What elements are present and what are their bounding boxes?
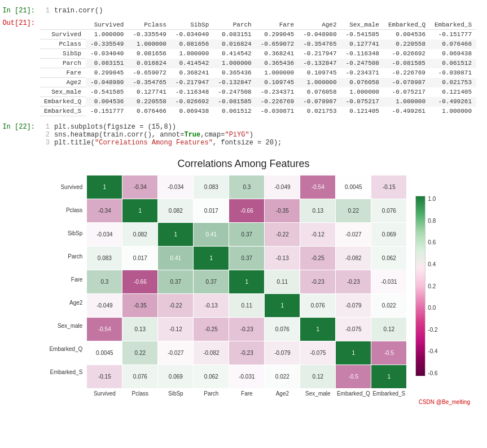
col-label: Sex_male <box>300 390 335 397</box>
heatmap-cell: 0.12 <box>300 365 335 388</box>
table-cell: 1.000000 <box>86 30 128 39</box>
code-block-in21: 1 train.corr() <box>40 6 487 16</box>
heatmap-cell: -0.35 <box>265 199 300 222</box>
heatmap-cell: -0.12 <box>158 318 193 341</box>
heatmap-cell: -0.027 <box>158 341 193 364</box>
table-cell: Parch <box>40 59 86 68</box>
table-cell: 0.365436 <box>213 68 256 78</box>
heatmap-cell: -0.23 <box>336 270 371 293</box>
heatmap-cell: -0.075 <box>300 341 335 364</box>
cell-content-out21: SurvivedPclassSibSpParchFareAge2Sex_male… <box>40 18 487 116</box>
heatmap-cell: 1 <box>194 247 229 270</box>
table-cell: 0.004536 <box>86 97 128 107</box>
colorbar-label: 0.2 <box>428 283 437 289</box>
heatmap-cell: 0.062 <box>194 365 229 388</box>
heatmap-cell: -0.54 <box>87 318 122 341</box>
corr-header: Sex_male <box>341 20 384 30</box>
corr-header: Embarked_S <box>430 20 476 30</box>
heatmap-grid: 1-0.34-0.0340.0830.3-0.049-0.540.0045-0.… <box>87 175 406 388</box>
table-cell: 0.109745 <box>299 68 341 78</box>
colorbar-row: 1.00.80.60.40.20.0-0.2-0.4-0.6 <box>415 196 437 376</box>
table-cell: -0.354765 <box>299 39 341 49</box>
heatmap-cell: -0.031 <box>371 270 406 293</box>
code-block-in22: 1 plt.subplots(figsize = (15,8)) 2 sns.h… <box>40 122 487 148</box>
row-label: SibSp <box>49 222 85 245</box>
corr-header: Pclass <box>128 20 170 30</box>
row-label: Survived <box>49 175 85 199</box>
table-row: Survived1.000000-0.335549-0.0340400.0831… <box>40 30 476 39</box>
table-row: Age2-0.048980-0.354765-0.217947-0.132847… <box>40 78 476 87</box>
table-cell: 0.069438 <box>171 107 213 116</box>
heatmap-cell: -0.5 <box>371 341 406 364</box>
code-text-22-2: sns.heatmap(train.corr(), annot=True,cma… <box>54 131 253 139</box>
table-cell: -0.026692 <box>384 49 430 59</box>
table-cell: 0.016824 <box>213 39 256 49</box>
row-labels: SurvivedPclassSibSpParchFareAge2Sex_male… <box>49 175 87 384</box>
heatmap-cell: 0.41 <box>158 247 193 270</box>
colorbar-label: 0.4 <box>428 261 437 267</box>
heatmap-row-area: SurvivedPclassSibSpParchFareAge2Sex_male… <box>49 175 406 397</box>
heatmap-cell: -0.15 <box>87 365 122 388</box>
table-cell: -0.081585 <box>384 59 430 68</box>
table-row: Parch0.0831510.0168240.4145421.0000000.3… <box>40 59 476 68</box>
table-cell: 0.127741 <box>128 87 170 97</box>
heatmap-cell: 0.22 <box>122 341 157 364</box>
heatmap-cell: 0.0045 <box>87 341 122 364</box>
heatmap-cell: 1 <box>371 365 406 388</box>
code-line-22-2: 2 sns.heatmap(train.corr(), annot=True,c… <box>40 131 487 139</box>
table-cell: Pclass <box>40 39 86 49</box>
heatmap-cell: -0.23 <box>229 318 264 341</box>
row-label: Embarked_Q <box>49 337 85 361</box>
table-cell: 0.127741 <box>341 39 384 49</box>
table-cell: 0.076466 <box>128 107 170 116</box>
table-cell: 0.021753 <box>430 78 476 87</box>
colorbar-label: -0.4 <box>428 348 437 354</box>
heatmap-cell: -0.23 <box>300 270 335 293</box>
row-label: Embarked_S <box>49 361 85 384</box>
heatmap-cell: 0.3 <box>229 175 264 199</box>
table-cell: -0.226769 <box>256 97 299 107</box>
heatmap-grid-area: 1-0.34-0.0340.0830.3-0.049-0.540.0045-0.… <box>87 175 406 397</box>
table-cell: -0.030871 <box>256 107 299 116</box>
heatmap-cell: -0.034 <box>87 223 122 246</box>
heatmap-cell: -0.13 <box>194 294 229 317</box>
heatmap-wrapper: SurvivedPclassSibSpParchFareAge2Sex_male… <box>0 175 487 397</box>
table-cell: 0.061512 <box>213 107 256 116</box>
cell-label-in22: In [22]: <box>0 122 40 131</box>
heatmap-with-labels: SurvivedPclassSibSpParchFareAge2Sex_male… <box>49 175 406 397</box>
table-cell: -0.234371 <box>256 87 299 97</box>
col-label: Pclass <box>122 390 157 397</box>
table-cell: 1.000000 <box>299 78 341 87</box>
line-num-1: 1 <box>40 7 50 15</box>
colorbar-container: 1.00.80.60.40.20.0-0.2-0.4-0.6 <box>415 182 437 390</box>
table-cell: 0.109745 <box>256 78 299 87</box>
table-cell: 0.121405 <box>430 87 476 97</box>
table-cell: 0.081656 <box>128 49 170 59</box>
table-cell: -0.048980 <box>299 30 341 39</box>
table-cell: -0.247508 <box>213 87 256 97</box>
corr-header: SibSp <box>171 20 213 30</box>
row-label: Parch <box>49 245 85 268</box>
table-cell: 1.000000 <box>256 68 299 78</box>
heatmap-cell: 0.12 <box>371 318 406 341</box>
table-cell: -0.659072 <box>128 68 170 78</box>
table-cell: Fare <box>40 68 86 78</box>
table-cell: 0.083151 <box>213 30 256 39</box>
heatmap-cell: 0.3 <box>87 270 122 293</box>
table-cell: -0.151777 <box>430 30 476 39</box>
heatmap-cell: -0.079 <box>265 341 300 364</box>
heatmap-cell: -0.027 <box>336 223 371 246</box>
table-cell: 1.000000 <box>213 59 256 68</box>
code-line-22-1: 1 plt.subplots(figsize = (15,8)) <box>40 123 487 131</box>
heatmap-cell: 0.37 <box>229 247 264 270</box>
heatmap-cell: 0.076 <box>300 294 335 317</box>
colorbar-label: -0.6 <box>428 370 437 376</box>
heatmap-cell: 0.022 <box>265 365 300 388</box>
table-cell: -0.659072 <box>256 39 299 49</box>
table-cell: -0.048980 <box>86 78 128 87</box>
table-cell: Sex_male <box>40 87 86 97</box>
heatmap-cell: 1 <box>336 341 371 364</box>
heatmap-cell: 0.0045 <box>336 175 371 199</box>
heatmap-cell: -0.049 <box>265 175 300 199</box>
table-cell: 0.299045 <box>256 30 299 39</box>
